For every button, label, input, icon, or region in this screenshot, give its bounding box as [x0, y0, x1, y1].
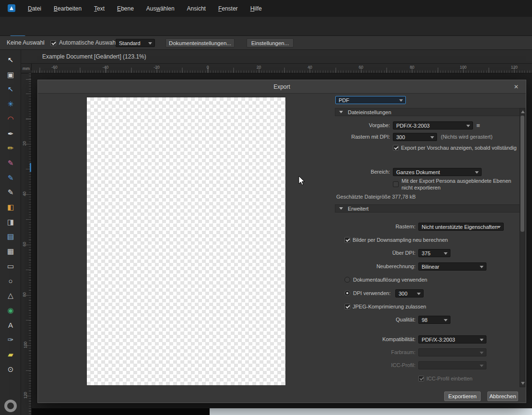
gradient-tool-icon[interactable]: ▤: [4, 230, 17, 243]
scrollbar-thumb[interactable]: [520, 116, 524, 232]
transparency-tool-icon[interactable]: ◨: [4, 216, 17, 228]
raster-value: Nicht unterstützte Eigenschaften: [422, 224, 497, 230]
jpeg-checkbox[interactable]: [344, 304, 350, 309]
app-window: DateiBearbeitenTextEbeneAuswählenAnsicht…: [0, 0, 532, 415]
file-settings-section-label: Dateieinstellungen: [348, 109, 391, 115]
rectangle-tool-icon[interactable]: ▭: [4, 260, 17, 273]
doc-resolution-radio-label: Dokumentauflösung verwenden: [353, 277, 427, 283]
scroll-down-icon[interactable]: [521, 382, 525, 385]
artboard-tool-icon[interactable]: ▣: [4, 69, 17, 81]
corner-tool-icon[interactable]: ◠: [4, 113, 17, 125]
export-button[interactable]: Exportieren: [444, 391, 481, 401]
above-dpi-dropdown[interactable]: 375: [418, 249, 450, 257]
text-tool-icon[interactable]: A: [4, 319, 17, 332]
ellipse-tool-icon[interactable]: ○: [4, 275, 17, 287]
dialog-scrollbar[interactable]: [520, 108, 525, 387]
settings-button[interactable]: Einstellungen...: [247, 38, 294, 47]
quality-dropdown[interactable]: 98: [418, 316, 450, 324]
hidden-layers-label-line2: nicht exportieren: [402, 185, 440, 190]
settings-label: Einstellungen...: [251, 40, 289, 46]
v-ruler-tick-label: 120: [23, 392, 28, 399]
menu-item-bearbeiten[interactable]: Bearbeiten: [54, 5, 82, 12]
hidden-layers-label-line1: Mit der Export Persona ausgeblendete Ebe…: [402, 178, 511, 184]
compat-label: Kompatibilität:: [343, 336, 415, 342]
document-tab-title: Example Document [Geändert] (123.1%): [21, 53, 146, 60]
menu-item-text[interactable]: Text: [94, 5, 105, 12]
node-tool-icon[interactable]: ↖: [4, 83, 17, 95]
crop-tool-icon[interactable]: ▦: [4, 245, 17, 258]
menu-item-ansicht[interactable]: Ansicht: [187, 5, 206, 12]
pencil-tool-icon[interactable]: ✏: [4, 142, 17, 154]
downsample-checkbox-label: Bilder per Downsampling neu berechnen: [353, 237, 448, 243]
menubar: DateiBearbeitenTextEbeneAuswählenAnsicht…: [0, 0, 532, 17]
ruler-unit-label: mm: [23, 66, 30, 71]
fill-tool-icon[interactable]: ◧: [4, 201, 17, 213]
file-settings-section-header[interactable]: Dateieinstellungen: [335, 108, 520, 116]
auto-select-dropdown[interactable]: Standard: [116, 39, 155, 47]
context-toolbar: Keine Auswahl Automatische Auswahl: Stan…: [0, 36, 532, 50]
cancel-button[interactable]: Abbrechen: [487, 391, 518, 401]
format-dropdown[interactable]: PDF: [335, 96, 406, 104]
document-settings-button[interactable]: Dokumenteinstellungen...: [166, 38, 235, 47]
preset-value: PDF/X-3:2003: [396, 123, 430, 129]
selection-status: Keine Auswahl: [7, 39, 45, 46]
ruler-unit[interactable]: mm: [21, 64, 32, 73]
raster-label: Rastern:: [343, 224, 415, 229]
menubar-items: DateiBearbeitenTextEbeneAuswählenAnsicht…: [28, 5, 262, 12]
preview-checkbox[interactable]: [393, 145, 399, 151]
downsample-checkbox[interactable]: [344, 237, 350, 243]
close-icon[interactable]: ✕: [512, 83, 520, 91]
use-dpi-dropdown[interactable]: 300: [395, 289, 424, 297]
document-tab[interactable]: Example Document [Geändert] (123.1%): [21, 50, 532, 64]
v-ruler-tick-label: 40: [22, 191, 27, 196]
compat-value: PDF/X-3:2003: [422, 337, 455, 343]
quality-label: Qualität:: [343, 317, 415, 322]
paint-brush-tool-icon[interactable]: ✎: [4, 172, 17, 184]
compat-dropdown[interactable]: PDF/X-3:2003: [418, 335, 486, 344]
zoom-tool-icon[interactable]: ⊙: [4, 363, 17, 376]
cancel-button-label: Abbrechen: [489, 393, 516, 399]
ruler-tool-icon[interactable]: ▰: [4, 348, 17, 361]
auto-select-checkbox[interactable]: [50, 40, 56, 46]
preset-dropdown[interactable]: PDF/X-3:2003: [393, 121, 473, 130]
raster-dpi-dropdown[interactable]: 300: [393, 133, 437, 141]
shape-tool-icon[interactable]: ◉: [4, 304, 17, 317]
estimated-file-size: Geschätzte Dateigröße 377,78 kB: [336, 194, 416, 200]
preset-menu-icon[interactable]: ≡: [476, 122, 480, 129]
export-preview: [87, 97, 285, 385]
advanced-section-header[interactable]: Erweitert: [335, 204, 520, 213]
colorspace-dropdown: [418, 348, 486, 356]
canvas-bottom-strip: [32, 408, 210, 415]
menu-item-auswählen[interactable]: Auswählen: [146, 5, 175, 12]
h-ruler-tick-label: 60: [359, 65, 363, 70]
resample-dropdown[interactable]: Bilinear: [418, 262, 486, 271]
h-ruler-tick-label: 0: [207, 65, 209, 70]
above-dpi-label: Über DPI:: [343, 250, 415, 256]
color-wheel-icon[interactable]: [4, 400, 17, 412]
menu-item-ebene[interactable]: Ebene: [117, 5, 134, 12]
icc-profile-label: ICC-Profil:: [343, 362, 415, 368]
doc-resolution-radio[interactable]: [344, 277, 350, 283]
above-dpi-value: 375: [422, 250, 430, 256]
use-dpi-radio[interactable]: [344, 290, 350, 296]
hidden-layers-checkbox[interactable]: [393, 181, 399, 187]
move-tool-icon[interactable]: ↖: [4, 54, 17, 66]
export-dialog-titlebar[interactable]: Export: [38, 80, 526, 94]
h-ruler-tick-label: 80: [410, 65, 414, 70]
menu-item-fenster[interactable]: Fenster: [218, 5, 238, 12]
area-dropdown[interactable]: Ganzes Dokument: [393, 168, 482, 176]
smudge-brush-tool-icon[interactable]: ✎: [4, 186, 17, 199]
pen-tool-icon[interactable]: ✒: [4, 128, 17, 140]
raster-dropdown[interactable]: Nicht unterstützte Eigenschaften: [418, 223, 504, 231]
menu-item-hilfe[interactable]: Hilfe: [250, 5, 262, 12]
document-settings-label: Dokumenteinstellungen...: [169, 40, 231, 46]
colorspace-label: Farbraum:: [343, 349, 415, 355]
menu-item-datei[interactable]: Datei: [28, 5, 41, 12]
toolbar: ↗ ◎ ⚙ ▦ ▦ ◈ ✎ ◉ ∅fx ↧ ↥ ↑: [0, 17, 532, 36]
resample-value: Bilinear: [422, 264, 439, 270]
point-transform-tool-icon[interactable]: ✳: [4, 98, 17, 110]
vector-brush-tool-icon[interactable]: ✎: [4, 157, 17, 169]
color-picker-tool-icon[interactable]: ✑: [4, 333, 17, 346]
triangle-tool-icon[interactable]: △: [4, 289, 17, 302]
scroll-up-icon[interactable]: [521, 110, 525, 113]
